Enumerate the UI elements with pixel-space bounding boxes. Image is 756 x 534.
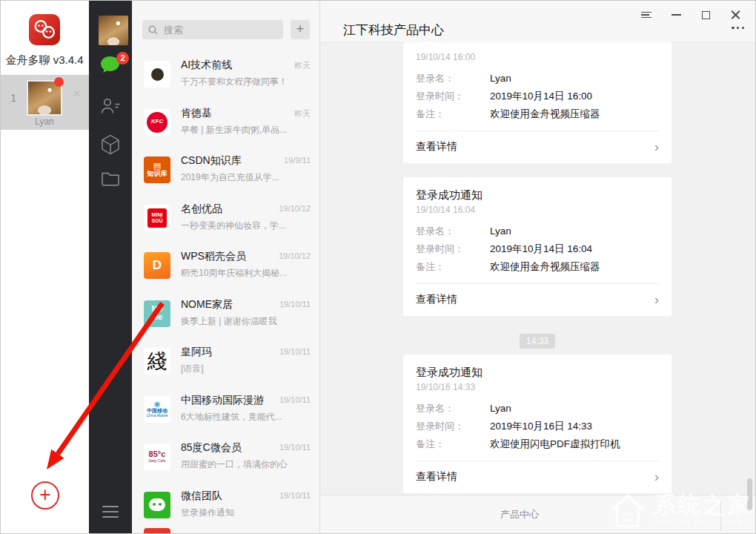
chat-preview: 用甜蜜的一口，填满你的心 [181,458,311,471]
chat-preview: 一秒变美的神仙妆容，学... [181,220,311,232]
card-fields: 登录名：Lyan登录时间：2019年10月16日 14:33备注：欢迎使用闪电P… [416,400,659,453]
chevron-right-icon: › [654,292,659,306]
chat-avatar-inner: ◉中国移动China Mobile [144,396,170,423]
nav-files[interactable] [89,169,132,187]
partial-next-row-avatar [144,528,170,534]
notification-dot [54,77,64,87]
chat-preview: [语音] [181,363,311,375]
chat-time: 19/10/11 [279,300,311,309]
accounts-panel: 金舟多聊 v3.4.4 1 × Lyan + [0,0,89,534]
chat-list-item[interactable]: KFC 肯德基 昨天 早餐 | 新生滚牛肉粥,单品... [132,99,319,147]
window-menu-button[interactable] [631,7,661,23]
nav-collections[interactable] [89,134,132,156]
chat-time: 昨天 [294,108,311,119]
card-fields: 登录名：Lyan登录时间：2019年10月14日 16:04备注：欢迎使用金舟视… [416,222,659,276]
view-details-link[interactable]: 查看详情 › [416,284,659,316]
chat-avatar-inner [151,68,164,81]
view-details-link[interactable]: 查看详情 › [416,131,659,163]
chat-name: WPS稻壳会员 [181,250,246,263]
official-account-footer: 产品中心 [320,495,756,534]
chat-list-item[interactable]: 85°cDaily Cafe 85度C微会员 19/10/11 用甜蜜的一口，填… [132,433,319,481]
maximize-button[interactable] [691,7,720,23]
card-title: 登录成功通知 [416,177,659,202]
more-options-icon[interactable] [732,27,744,29]
chat-list-item[interactable]: NŌMe NOME家居 19/10/11 换季上新 | 谢谢你温暖我 [132,290,319,338]
chat-name: NOME家居 [181,298,233,312]
chat-avatar: 85°cDaily Cafe [144,444,170,470]
chat-time: 昨天 [294,60,311,71]
chat-list-item[interactable]: ▤知识库 CSDN知识库 19/9/11 2019年为自己充值从学... [132,146,319,194]
chat-list-panel: + AI技术前线 昨天 千万不要和女程序做同事！ KFC 肯德基 昨天 早餐 |… [132,0,319,534]
close-icon [731,10,740,20]
chat-time: 19/10/11 [279,443,311,452]
account-index: 1 [10,91,16,104]
chat-time: 19/10/11 [279,491,311,500]
maximize-icon [702,11,710,19]
minimize-button[interactable] [661,7,691,23]
card-title: 登录成功通知 [416,355,659,380]
chat-time: 19/10/11 [279,395,311,404]
chat-name: 中国移动国际漫游 [181,394,264,407]
chat-preview: 登录操作通知 [181,507,311,519]
close-button[interactable] [720,7,750,23]
account-row-lyan[interactable]: 1 × Lyan [0,75,89,130]
chat-avatar: ◉中国移动China Mobile [144,396,170,423]
minimize-icon [672,14,681,16]
chat-name: 微信团队 [181,490,222,503]
nav-menu-icon[interactable] [102,506,119,521]
search-box[interactable] [142,20,283,39]
footer-menu-product-center[interactable]: 产品中心 [320,508,719,521]
app-title: 金舟多聊 v3.4.4 [0,53,89,67]
chat-name: 85度C微会员 [181,441,242,455]
chat-avatar-inner: MINISOÜ [147,208,167,228]
nav-rail: 2 [89,0,132,534]
card-field-row: 登录时间：2019年10月16日 14:33 [416,418,659,435]
chat-avatar: KFC [144,109,170,136]
message-column: 19/10/14 16:00 登录名：Lyan登录时间：2019年10月14日 … [403,42,672,493]
chat-avatar [144,61,170,88]
notification-card: 登录成功通知 19/10/14 16:04 登录名：Lyan登录时间：2019年… [403,177,672,316]
chevron-right-icon: › [654,469,659,484]
user-avatar[interactable] [99,16,128,45]
chat-list-item[interactable]: 微信团队 19/10/11 登录操作通知 [132,481,319,530]
chat-avatar-inner: 綫 [144,348,170,375]
chat-list-item[interactable]: D WPS稻壳会员 19/10/12 稻壳10周年庆福利大揭秘... [132,242,319,290]
chat-list-item[interactable]: AI技术前线 昨天 千万不要和女程序做同事！ [132,50,319,99]
card-field-row: 登录名：Lyan [416,70,659,88]
conversation-panel: 江下科技产品中心 19/10/14 16:00 登录名：Lyan登录时间：201… [319,0,756,534]
unread-badge: 2 [116,52,129,65]
chat-name: CSDN知识库 [181,154,242,168]
cube-icon [100,134,121,156]
search-input[interactable] [162,24,269,36]
chat-avatar-inner [149,498,165,511]
chat-avatar: D [144,252,170,279]
chat-time: 19/10/12 [279,251,311,260]
add-account-button[interactable]: + [31,481,59,510]
chat-list-item[interactable]: ◉中国移动China Mobile 中国移动国际漫游 19/10/11 6大地标… [132,386,319,434]
account-close-icon[interactable]: × [73,86,81,100]
messages-area: 19/10/14 16:00 登录名：Lyan登录时间：2019年10月14日 … [320,42,756,495]
chat-avatar: MINISOÜ [144,205,170,231]
view-details-label: 查看详情 [416,140,457,154]
card-date: 19/10/14 16:00 [416,52,659,62]
contacts-icon [99,96,122,116]
chat-name: 皇阿玛 [181,346,212,359]
app-logo-icon [29,14,60,45]
chat-preview: 千万不要和女程序做同事！ [181,76,311,88]
view-details-label: 查看详情 [416,293,457,306]
view-details-link[interactable]: 查看详情 › [416,461,659,493]
chat-list-item[interactable]: MINISOÜ 名创优品 19/10/12 一秒变美的神仙妆容，学... [132,194,319,243]
card-date: 19/10/14 16:04 [416,205,659,215]
chat-name: 名创优品 [181,202,222,216]
notification-card: 19/10/14 16:00 登录名：Lyan登录时间：2019年10月14日 … [403,42,672,163]
nav-contacts[interactable] [89,96,132,116]
card-date: 19/10/16 14:33 [416,382,659,392]
chat-name: AI技术前线 [181,59,232,72]
chat-avatar-inner: 85°cDaily Cafe [144,444,170,470]
add-chat-button[interactable]: + [291,20,310,39]
chat-list-item[interactable]: 綫 皇阿玛 19/10/11 [语音] [132,337,319,386]
card-field-row: 备注：欢迎使用金舟视频压缩器 [416,105,659,123]
card-field-row: 登录名：Lyan [416,222,659,240]
scrollbar-thumb[interactable] [747,478,752,510]
search-icon [148,25,158,35]
